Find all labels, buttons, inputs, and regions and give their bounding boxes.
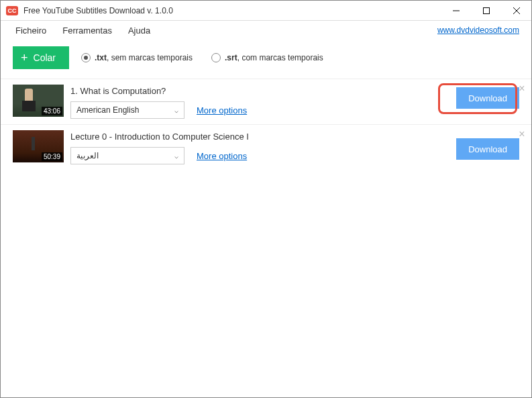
remove-item-button[interactable]: × [517,129,527,140]
plus-icon: + [21,52,28,64]
language-select[interactable]: American English ⌵ [70,101,184,119]
duration-badge: 43:06 [42,107,62,115]
more-options-link[interactable]: More options [197,151,247,161]
website-link[interactable]: www.dvdvideosoft.com [437,26,525,35]
download-button[interactable]: Download [456,138,519,160]
download-button[interactable]: Download [456,87,519,109]
language-value: American English [76,105,139,115]
chevron-down-icon: ⌵ [174,107,178,114]
menubar: Ficheiro Ferramentas Ajuda www.dvdvideos… [1,21,531,40]
window-controls [441,1,531,21]
item-title: Lecture 0 - Introduction to Computer Sci… [70,132,456,142]
paste-button-label: Colar [34,52,56,63]
menu-file[interactable]: Ficheiro [7,26,54,36]
duration-badge: 50:39 [42,152,62,161]
format-radio-group: .txt, sem marcas temporais .srt, com mar… [81,53,323,62]
maximize-button[interactable] [471,1,501,21]
svg-rect-1 [483,7,489,13]
video-thumbnail[interactable]: 50:39 [13,130,64,162]
remove-item-button[interactable]: × [517,83,527,94]
item-content: 1. What is Computation? American English… [70,85,456,119]
item-content: Lecture 0 - Introduction to Computer Sci… [70,130,456,164]
list-item: 50:39 Lecture 0 - Introduction to Comput… [1,124,531,170]
radio-txt[interactable]: .txt, sem marcas temporais [81,53,193,62]
app-icon: CC [6,6,18,15]
menu-help[interactable]: Ajuda [120,26,158,36]
minimize-button[interactable] [441,1,471,21]
video-thumbnail[interactable]: 43:06 [13,85,64,117]
language-select[interactable]: العربية ⌵ [70,147,184,164]
more-options-link[interactable]: More options [197,105,247,115]
language-value: العربية [76,151,99,160]
list-item: 43:06 1. What is Computation? American E… [1,79,531,124]
close-button[interactable] [501,1,531,21]
toolbar: + Colar .txt, sem marcas temporais .srt,… [1,40,531,79]
titlebar: CC Free YouTube Subtitles Download v. 1.… [1,1,531,21]
radio-srt[interactable]: .srt, com marcas temporais [211,53,323,62]
item-title: 1. What is Computation? [70,86,456,96]
paste-button[interactable]: + Colar [13,46,69,69]
window-title: Free YouTube Subtitles Download v. 1.0.0 [23,6,441,15]
chevron-down-icon: ⌵ [174,152,178,160]
radio-icon [81,53,91,62]
radio-icon [211,53,221,62]
menu-tools[interactable]: Ferramentas [54,26,120,36]
